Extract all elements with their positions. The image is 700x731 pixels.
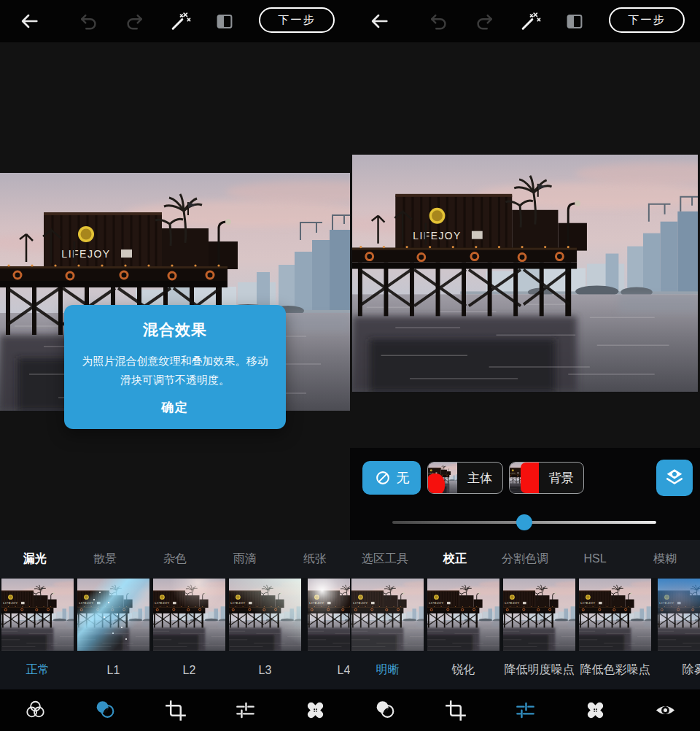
opacity-slider-track[interactable] [392, 521, 656, 524]
right-photo-canvas: 无 主体 背景 [350, 42, 700, 540]
tab-split-tone[interactable]: 分割色调 [490, 540, 560, 578]
preset-label-l2[interactable]: L2 [153, 651, 225, 689]
undo-icon[interactable] [427, 9, 451, 33]
dialog-title: 混合效果 [79, 320, 271, 340]
undo-icon[interactable] [77, 9, 101, 33]
right-screen: 下一步 无 主体 [350, 0, 700, 731]
tab-raindrop[interactable]: 雨滴 [210, 540, 280, 578]
preset-thumb-luminance-noise[interactable] [503, 579, 575, 651]
back-icon[interactable] [368, 9, 391, 33]
blend-icon[interactable] [70, 689, 140, 731]
tab-paper[interactable]: 纸张 [280, 540, 350, 578]
mask-background-button[interactable]: 背景 [509, 462, 584, 494]
prohibition-icon [374, 469, 392, 487]
next-step-button[interactable]: 下一步 [259, 7, 335, 33]
dialog-body: 为照片混合创意纹理和叠加效果。移动滑块可调节不透明度。 [79, 352, 271, 389]
subject-mask-overlay [428, 473, 445, 493]
right-preset-thumbnails [350, 578, 700, 651]
preset-label-dehaze[interactable]: 除雾 [658, 651, 700, 689]
right-bottom-toolbar [350, 689, 700, 731]
heal-bandaid-icon[interactable] [560, 689, 630, 731]
selection-controls-strip: 无 主体 背景 [350, 448, 700, 540]
before-after-icon[interactable] [563, 9, 586, 33]
preset-label-luminance-noise[interactable]: 降低明度噪点 [503, 651, 575, 689]
magic-wand-icon[interactable] [518, 9, 542, 33]
dialog-ok-button[interactable]: 确定 [79, 399, 271, 416]
next-step-button[interactable]: 下一步 [609, 7, 685, 33]
redo-icon[interactable] [122, 9, 146, 33]
preset-thumb-l2[interactable] [153, 579, 225, 651]
crop-icon[interactable] [140, 689, 210, 731]
back-icon[interactable] [18, 9, 41, 33]
visibility-eye-icon[interactable] [630, 689, 700, 731]
right-preset-labels: 明晰 锐化 降低明度噪点 降低色彩噪点 除雾 [350, 651, 700, 689]
mask-subject-label: 主体 [457, 470, 502, 487]
layers-icon [664, 467, 685, 489]
preset-label-l3[interactable]: L3 [229, 651, 301, 689]
mask-background-label: 背景 [539, 470, 583, 487]
preset-thumb-sharpen[interactable] [427, 579, 499, 651]
tab-blur[interactable]: 模糊 [630, 540, 700, 578]
mask-subject-button[interactable]: 主体 [427, 462, 503, 494]
photo-preview[interactable] [352, 155, 698, 392]
preset-thumb-clarity[interactable] [351, 579, 424, 651]
preset-label-color-noise[interactable]: 降低色彩噪点 [579, 651, 651, 689]
background-mask-thumbnail [510, 463, 539, 493]
tab-noise[interactable]: 杂色 [140, 540, 210, 578]
left-preset-labels: 正常 L1 L2 L3 L4 [0, 651, 350, 689]
blend-effect-dialog: 混合效果 为照片混合创意纹理和叠加效果。移动滑块可调节不透明度。 确定 [64, 305, 286, 429]
opacity-slider-row [350, 503, 700, 540]
left-photo-canvas: 混合效果 为照片混合创意纹理和叠加效果。移动滑块可调节不透明度。 确定 [0, 42, 350, 540]
heal-bandaid-icon[interactable] [280, 689, 350, 731]
preset-thumb-color-noise[interactable] [579, 579, 651, 651]
left-screen: 下一步 混合效果 为照片混合创意纹理和叠加效果。移动滑块可调节不透明度。 确定 … [0, 0, 350, 731]
preset-thumb-l3[interactable] [229, 579, 301, 651]
right-topbar: 下一步 [350, 0, 700, 42]
opacity-slider-thumb[interactable] [516, 514, 532, 530]
right-category-tabs: 选区工具 校正 分割色调 HSL 模糊 [350, 540, 700, 578]
blend-icon[interactable] [350, 689, 420, 731]
left-preset-thumbnails [0, 578, 350, 651]
filters-icon[interactable] [0, 689, 70, 731]
magic-wand-icon[interactable] [168, 9, 192, 33]
layers-button[interactable] [656, 460, 693, 496]
mask-none-label: 无 [397, 469, 410, 487]
preset-label-clarity[interactable]: 明晰 [351, 651, 424, 689]
redo-icon[interactable] [472, 9, 496, 33]
tab-hsl[interactable]: HSL [560, 540, 630, 578]
left-bottom-toolbar [0, 689, 350, 731]
adjust-sliders-icon[interactable] [490, 689, 560, 731]
adjust-sliders-icon[interactable] [210, 689, 280, 731]
mask-selection-row: 无 主体 背景 [350, 458, 700, 502]
tab-bokeh[interactable]: 散景 [70, 540, 140, 578]
tab-light-leak[interactable]: 漏光 [0, 540, 70, 578]
subject-mask-thumbnail [428, 463, 457, 493]
crop-icon[interactable] [420, 689, 490, 731]
tab-selection-tools[interactable]: 选区工具 [350, 540, 420, 578]
tab-correction[interactable]: 校正 [420, 540, 490, 578]
preset-label-sharpen[interactable]: 锐化 [427, 651, 499, 689]
preset-label-l1[interactable]: L1 [77, 651, 149, 689]
background-mask-overlay [521, 463, 539, 493]
preset-thumb-l1[interactable] [77, 579, 149, 651]
before-after-icon[interactable] [213, 9, 236, 33]
left-topbar: 下一步 [0, 0, 350, 42]
mask-none-button[interactable]: 无 [362, 461, 421, 495]
preset-label-normal[interactable]: 正常 [1, 651, 74, 689]
left-category-tabs: 漏光 散景 杂色 雨滴 纸张 [0, 540, 350, 578]
preset-thumb-normal[interactable] [1, 579, 74, 651]
preset-thumb-dehaze[interactable] [658, 579, 700, 651]
